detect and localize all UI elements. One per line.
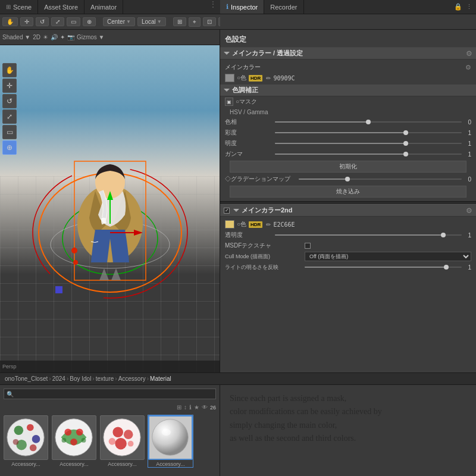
hue-row: 色相 0 — [220, 117, 476, 127]
rect-tool[interactable]: ▭ — [67, 17, 80, 26]
right-panel-controls: 🔒 ⋮ — [454, 0, 476, 14]
saturation-slider: 1 — [275, 130, 471, 136]
gradient-track[interactable] — [299, 178, 462, 180]
gradient-row: ◇グラデーションマップ 0 — [220, 174, 476, 184]
local-arrow: ▼ — [157, 19, 162, 24]
init-btn-container: 初期化 — [225, 161, 471, 173]
bake-button[interactable]: 焼き込み — [230, 186, 466, 198]
light-fill — [305, 267, 446, 268]
asset-info-icon[interactable]: ℹ — [189, 404, 192, 411]
transparency-track[interactable] — [275, 234, 462, 236]
asset-item-1[interactable]: Accessory... — [4, 415, 48, 467]
asset-star-icon[interactable]: ★ — [194, 404, 199, 411]
msdf-checkbox[interactable] — [305, 243, 311, 249]
brightness-track[interactable] — [275, 143, 462, 144]
breadcrumb-onotone[interactable]: onoTone_Closet — [5, 375, 48, 382]
svg-point-29 — [62, 438, 67, 443]
main-color-section-header[interactable]: メインカラー / 透過設定 ⚙ — [220, 48, 476, 60]
tab-recorder[interactable]: Recorder — [264, 0, 303, 14]
section-gear-icon[interactable]: ⚙ — [466, 49, 472, 58]
color-swatch-2[interactable] — [225, 220, 234, 228]
tab-inspector[interactable]: ℹ Inspector — [220, 0, 264, 14]
scene-camera-btn[interactable]: 📷 — [67, 34, 74, 40]
color-2nd-prop-row: ○色 HDR ✏ E2C66E — [220, 219, 476, 230]
svg-point-35 — [115, 438, 126, 449]
tab-animator[interactable]: Animator — [84, 0, 123, 14]
scale-tool[interactable]: ⤢ — [51, 17, 64, 26]
tab-scene[interactable]: ⊞ Scene — [0, 0, 38, 14]
transparency-slider: 1 — [275, 232, 471, 239]
move-tool[interactable]: ✛ — [20, 17, 33, 26]
search-input[interactable] — [16, 391, 213, 397]
light-track[interactable] — [305, 267, 462, 268]
tab-asset-store[interactable]: Asset Store — [38, 0, 84, 14]
breadcrumb-texture[interactable]: texture — [96, 375, 114, 382]
main-color-2nd-header[interactable]: ✓ メインカラー2nd ⚙ — [220, 205, 476, 217]
search-icon: 🔍 — [7, 391, 14, 397]
gradient-thumb — [345, 177, 350, 181]
light-slider: 1 — [305, 264, 471, 271]
saturation-track[interactable] — [275, 132, 462, 133]
asset-item-4[interactable]: Accessory... — [148, 415, 193, 467]
asset-sort-icon[interactable]: ↕ — [184, 404, 187, 411]
hue-slider-container: 0 — [275, 119, 471, 126]
brightness-fill — [275, 143, 406, 144]
audio-btn[interactable]: 🔊 — [51, 34, 58, 40]
more-toolbar-btn[interactable]: ⊡ — [203, 17, 216, 26]
left-panel-menu[interactable]: ⋮ — [209, 0, 220, 14]
center-arrow: ▼ — [126, 19, 131, 24]
color-prop-row: ○色 HDR ✏ 90909C — [220, 73, 476, 83]
cull-mode-select[interactable]: Off (両面を描画) — [305, 252, 471, 261]
grid-btn[interactable]: ⊞ — [173, 17, 186, 26]
color-swatch-1[interactable] — [225, 74, 234, 82]
svg-point-23 — [13, 439, 19, 445]
asset-item-2[interactable]: Accessory... — [52, 415, 96, 467]
center-btn[interactable]: Center ▼ — [103, 17, 135, 26]
eyedropper-icon[interactable]: ✏ — [266, 75, 271, 82]
hand-tool[interactable]: ✋ — [2, 17, 18, 26]
main-color-gear[interactable]: ⚙ — [465, 64, 471, 71]
rotate-tool[interactable]: ↺ — [36, 17, 49, 26]
hsv-gamma-row: HSV / Gamma — [220, 107, 476, 117]
gamma-track[interactable] — [275, 154, 462, 155]
more-icon[interactable]: ⋮ — [466, 3, 472, 11]
svg-point-20 — [32, 435, 40, 443]
main-color-2nd-gear[interactable]: ⚙ — [466, 206, 472, 215]
lock-icon[interactable]: 🔒 — [454, 3, 462, 11]
section-expand-icon — [224, 52, 230, 55]
asset-tools-row: ⊞ ↕ ℹ ★ 👁 26 — [4, 404, 216, 411]
svg-rect-11 — [55, 286, 62, 293]
breadcrumb-2024[interactable]: 2024 — [52, 375, 65, 382]
hue-slider-track[interactable] — [275, 121, 462, 123]
asset-thumb-3 — [100, 415, 145, 460]
asset-item-3[interactable]: Accessory... — [100, 415, 145, 467]
asset-filter-icon[interactable]: ⊞ — [177, 404, 181, 411]
init-button[interactable]: 初期化 — [230, 161, 466, 173]
svg-point-28 — [70, 439, 77, 446]
zoom-level: 26 — [210, 405, 216, 411]
breadcrumb-accessory[interactable]: Accessory — [118, 375, 146, 382]
local-btn[interactable]: Local ▼ — [137, 17, 166, 26]
main-color-2nd-checkbox[interactable]: ✓ — [224, 208, 230, 214]
asset-thumb-svg-2 — [52, 416, 96, 459]
mask-icon[interactable]: ▣ — [225, 98, 233, 106]
asset-eye-icon[interactable]: 👁 — [202, 404, 208, 411]
color-adjust-header[interactable]: 色調補正 — [220, 84, 476, 96]
scene-view-canvas[interactable]: ✋ ✛ ↺ ⤢ ▭ ⊕ — [0, 45, 220, 372]
breadcrumb-boyidol[interactable]: Boy Idol — [70, 375, 91, 382]
msdf-row: MSDFテクスチャ — [220, 240, 476, 251]
view-2d-btn[interactable]: 2D — [33, 34, 40, 40]
asset-thumb-4 — [148, 415, 193, 460]
brightness-thumb — [403, 141, 408, 146]
shading-dropdown[interactable]: Shaded ▼ — [2, 34, 30, 40]
gizmos-btn[interactable]: Gizmos ▼ — [77, 34, 105, 40]
lighting-btn[interactable]: ☀ — [43, 34, 48, 40]
fx-btn[interactable]: ✦ — [60, 34, 65, 40]
brightness-row: 明度 1 — [220, 138, 476, 149]
snap-btn[interactable]: ⌖ — [189, 17, 201, 27]
inspector-panel: 色設定 メインカラー / 透過設定 ⚙ メインカラー ⚙ ○色 HDR — [220, 30, 476, 372]
breadcrumb-material[interactable]: Material — [150, 375, 171, 382]
gamma-thumb — [403, 152, 408, 156]
transform-tool[interactable]: ⊕ — [83, 17, 96, 26]
eyedropper-icon-2[interactable]: ✏ — [266, 221, 271, 228]
